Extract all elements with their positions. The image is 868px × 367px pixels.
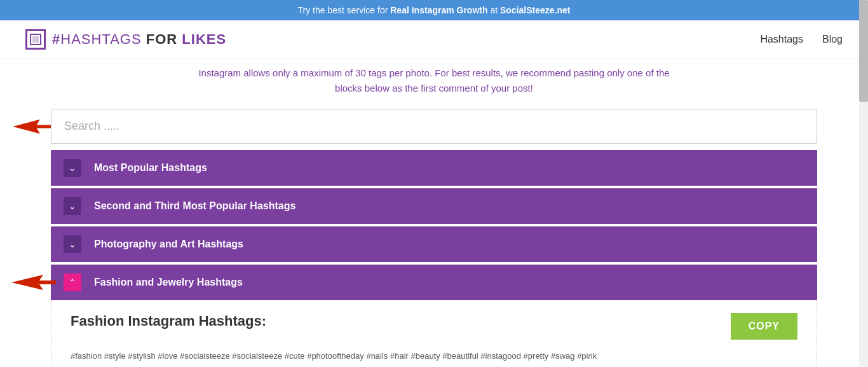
top-banner: Try the best service for Real Instagram … [0, 0, 868, 20]
chevron-icon-3: ⌄ [69, 240, 76, 249]
search-area [0, 109, 868, 144]
search-arrow [13, 117, 51, 136]
header: #HASHTAGS FOR LIKES Hashtags Blog [0, 20, 868, 59]
nav-blog[interactable]: Blog [822, 34, 843, 45]
accordion-item-most-popular: ⌄ Most Popular Hashtags [51, 150, 817, 186]
chevron-box-1: ⌄ [64, 159, 81, 177]
chevron-box-2: ⌄ [64, 197, 81, 215]
accordion-title-3: Photography and Art Hashtags [94, 239, 243, 250]
chevron-icon-4: ⌃ [69, 278, 76, 287]
info-text: Instagram allows only a maximum of 30 ta… [0, 59, 868, 109]
svg-marker-2 [13, 119, 51, 133]
search-input[interactable] [51, 109, 817, 144]
accordion-header-photography[interactable]: ⌄ Photography and Art Hashtags [51, 226, 817, 262]
fashion-arrow [11, 274, 56, 294]
chevron-icon-1: ⌄ [69, 163, 76, 172]
fashion-title: Fashion Instagram Hashtags: [71, 313, 266, 329]
svg-rect-1 [32, 36, 39, 43]
accordion-item-photography: ⌄ Photography and Art Hashtags [51, 226, 817, 262]
copy-button[interactable]: COPY [731, 313, 797, 340]
scrollbar-thumb[interactable] [859, 0, 868, 102]
accordion-item-fashion-wrapper: ⌃ Fashion and Jewelry Hashtags Fashion I… [51, 265, 817, 367]
accordion-header-second-third[interactable]: ⌄ Second and Third Most Popular Hashtags [51, 188, 817, 224]
accordion-title-1: Most Popular Hashtags [94, 162, 207, 174]
accordion-header-most-popular[interactable]: ⌄ Most Popular Hashtags [51, 150, 817, 186]
accordion-header-fashion[interactable]: ⌃ Fashion and Jewelry Hashtags [51, 265, 817, 300]
fashion-content: Fashion Instagram Hashtags: COPY #fashio… [51, 300, 817, 367]
chevron-box-4: ⌃ [64, 274, 81, 291]
banner-text: Try the best service for Real Instagram … [298, 5, 571, 15]
accordion-item-second-third: ⌄ Second and Third Most Popular Hashtags [51, 188, 817, 224]
accordion: ⌄ Most Popular Hashtags ⌄ Second and Thi… [51, 150, 817, 367]
logo-icon [25, 29, 46, 50]
chevron-box-3: ⌄ [64, 235, 81, 253]
svg-marker-3 [11, 275, 56, 290]
chevron-icon-2: ⌄ [69, 202, 76, 211]
hashtags-line1: #fashion #style #stylish #love #socialst… [71, 349, 797, 363]
scrollbar-track[interactable] [859, 0, 868, 367]
main-nav: Hashtags Blog [760, 34, 843, 45]
logo: #HASHTAGS FOR LIKES [25, 29, 226, 50]
accordion-title-2: Second and Third Most Popular Hashtags [94, 200, 295, 212]
accordion-item-fashion: ⌃ Fashion and Jewelry Hashtags Fashion I… [51, 265, 817, 367]
logo-text: #HASHTAGS FOR LIKES [52, 31, 226, 48]
fashion-content-header: Fashion Instagram Hashtags: COPY [71, 313, 797, 340]
hashtags-line2: #girl #eyes #design #model #dress #shoes… [71, 363, 797, 367]
accordion-title-4: Fashion and Jewelry Hashtags [94, 277, 243, 288]
nav-hashtags[interactable]: Hashtags [760, 34, 803, 45]
